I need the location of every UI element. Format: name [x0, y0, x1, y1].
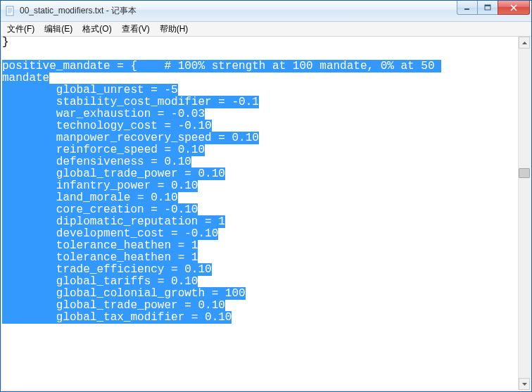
menu-view[interactable]: 查看(V)	[117, 22, 155, 37]
editor-line: infantry_power = 0.10	[2, 180, 518, 192]
notepad-icon	[5, 6, 16, 17]
window: 00_static_modifiers.txt - 记事本 文件(F) 编辑(E…	[0, 0, 532, 392]
scroll-thumb[interactable]	[519, 168, 530, 178]
editor-line: war_exhaustion = -0.03	[2, 108, 518, 120]
minimize-button[interactable]	[457, 1, 478, 15]
editor-line: manpower_recovery_speed = 0.10	[2, 132, 518, 144]
editor-line: global_colonial_growth = 100	[2, 288, 518, 300]
window-title: 00_static_modifiers.txt - 记事本	[20, 5, 457, 17]
editor-line: technology_cost = -0.10	[2, 120, 518, 132]
editor-line: core_creation = -0.10	[2, 204, 518, 216]
close-button[interactable]	[498, 1, 530, 15]
menu-help[interactable]: 帮助(H)	[155, 22, 194, 37]
menu-format[interactable]: 格式(O)	[77, 22, 116, 37]
editor-line: positive_mandate = { # 100% strength at …	[2, 61, 518, 72]
text-editor[interactable]: } positive_mandate = { # 100% strength a…	[2, 37, 518, 390]
menu-edit[interactable]: 编辑(E)	[39, 22, 77, 37]
editor-line: global_tariffs = 0.10	[2, 276, 518, 288]
editor-line: trade_efficiency = 0.10	[2, 264, 518, 276]
window-controls	[457, 1, 531, 21]
editor-line: global_tax_modifier = 0.10	[2, 312, 518, 324]
editor-line: global_trade_power = 0.10	[2, 300, 518, 312]
scroll-track[interactable]	[519, 49, 530, 378]
menubar: 文件(F) 编辑(E) 格式(O) 查看(V) 帮助(H)	[1, 22, 531, 37]
svg-marker-11	[522, 383, 527, 386]
maximize-button[interactable]	[477, 1, 498, 15]
content-area: } positive_mandate = { # 100% strength a…	[1, 37, 531, 391]
scroll-up-button[interactable]	[519, 37, 530, 49]
editor-line: global_unrest = -5	[2, 84, 518, 96]
editor-line: tolerance_heathen = 1	[2, 252, 518, 264]
editor-line: stability_cost_modifier = -0.1	[2, 96, 518, 108]
editor-line: reinforce_speed = 0.10	[2, 144, 518, 156]
svg-marker-10	[522, 42, 527, 44]
editor-line: global_trade_power = 0.10	[2, 168, 518, 180]
editor-line: tolerance_heathen = 1	[2, 240, 518, 252]
editor-line: defensiveness = 0.10	[2, 156, 518, 168]
editor-line: }	[2, 37, 518, 49]
editor-line: development_cost = -0.10	[2, 228, 518, 240]
titlebar[interactable]: 00_static_modifiers.txt - 记事本	[1, 1, 531, 22]
editor-line: diplomatic_reputation = 1	[2, 216, 518, 228]
editor-line: land_morale = 0.10	[2, 192, 518, 204]
editor-line	[2, 49, 518, 61]
scroll-down-button[interactable]	[519, 378, 530, 390]
menu-file[interactable]: 文件(F)	[2, 22, 39, 37]
vertical-scrollbar[interactable]	[518, 37, 530, 390]
editor-line: mandate	[2, 72, 518, 84]
